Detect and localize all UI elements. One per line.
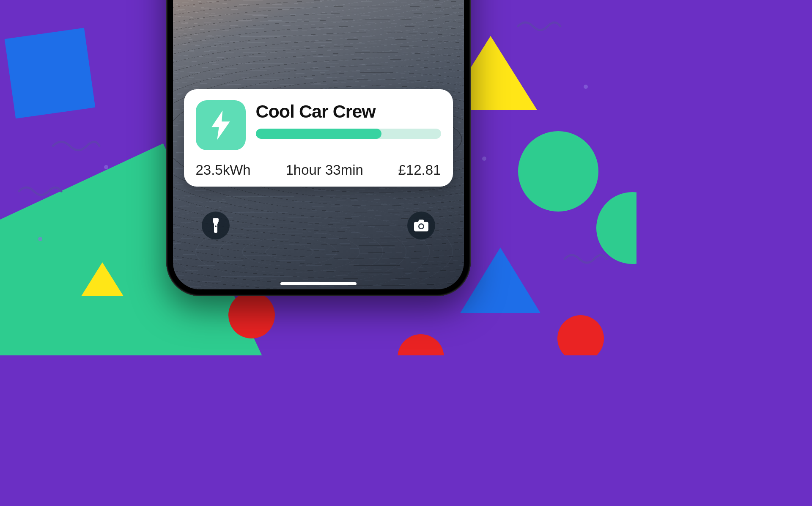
decor-dot: [482, 157, 486, 161]
decor-triangle-yellow-2: [81, 262, 123, 296]
decor-circle-red-2: [398, 334, 444, 355]
decor-squiggle: [562, 250, 609, 269]
phone-screen: Cool Car Crew 23.5kWh 1hour 33min £12.81: [173, 0, 464, 289]
home-indicator[interactable]: [280, 282, 357, 285]
decor-squiggle: [51, 135, 102, 157]
decor-circle-green-1: [518, 131, 598, 212]
decor-square: [5, 28, 96, 119]
lightning-icon: [210, 110, 232, 140]
charging-widget[interactable]: Cool Car Crew 23.5kWh 1hour 33min £12.81: [184, 89, 453, 187]
camera-icon: [414, 220, 428, 231]
decor-circle-red-1: [228, 292, 275, 338]
widget-title: Cool Car Crew: [256, 101, 441, 122]
phone-device-frame: Cool Car Crew 23.5kWh 1hour 33min £12.81: [166, 0, 471, 296]
svg-point-1: [215, 226, 217, 227]
stat-cost: £12.81: [398, 162, 441, 178]
decor-dot: [104, 165, 108, 169]
decor-triangle-blue: [460, 248, 540, 313]
camera-button[interactable]: [407, 212, 435, 239]
svg-rect-0: [213, 218, 219, 221]
decor-dot: [584, 85, 588, 89]
decor-squiggle: [17, 182, 63, 201]
decor-circle-red-3: [557, 315, 604, 355]
flashlight-button[interactable]: [202, 212, 230, 239]
decor-squiggle: [516, 17, 562, 36]
flashlight-icon: [210, 218, 221, 233]
stat-energy: 23.5kWh: [196, 162, 251, 178]
decor-dot: [38, 237, 42, 241]
app-icon-lightning: [196, 100, 246, 150]
svg-point-3: [419, 225, 423, 228]
stat-duration: 1hour 33min: [285, 162, 363, 178]
charge-progress-fill: [256, 129, 382, 139]
charge-progress-track: [256, 129, 441, 139]
